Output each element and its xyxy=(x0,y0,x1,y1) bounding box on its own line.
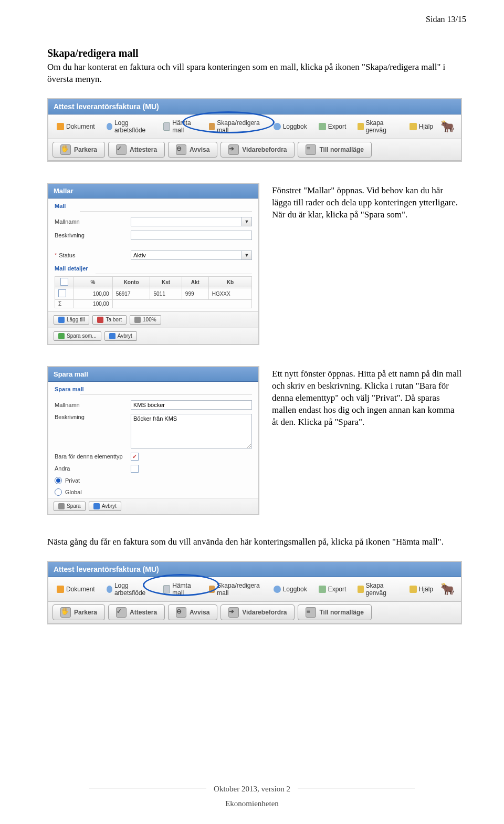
pct-button[interactable]: 100% xyxy=(130,315,161,325)
chevron-down-icon[interactable]: ▼ xyxy=(242,217,252,226)
mall-detaljer-table: % Konto Kst Akt Kb 100,00 56917 5011 xyxy=(55,276,252,308)
sigma-label: Σ xyxy=(55,299,74,308)
hamta-mall-button[interactable]: Hämta mall xyxy=(159,117,202,136)
app-screenshot-1: Attest leverantörsfaktura (MU) Dokument … xyxy=(47,98,462,162)
bull-icon: 🐂 xyxy=(440,120,457,133)
export-label: Export xyxy=(328,586,346,593)
table-row[interactable]: 100,00 56917 5011 999 HGXXX xyxy=(55,288,252,299)
vidarebefordra-label: Vidarebefordra xyxy=(242,146,287,153)
app-toolbar-2: Dokument Logg arbetsflöde Hämta mall Ska… xyxy=(48,577,461,602)
list-icon: ≡ xyxy=(306,144,316,155)
minus-icon: ⊖ xyxy=(176,607,186,618)
row-checkbox[interactable] xyxy=(58,289,66,297)
avbryt-label: Avbryt xyxy=(118,333,132,339)
sp-avbryt-button[interactable]: Avbryt xyxy=(89,502,121,511)
hamta-mall-label: Hämta mall xyxy=(172,582,197,597)
arrow-right-icon: ➔ xyxy=(228,607,239,618)
mallnamn-label: Mallnamn xyxy=(55,218,131,225)
hand-icon: 🖐 xyxy=(60,144,71,155)
status-input[interactable] xyxy=(131,251,242,260)
mallnamn-input[interactable] xyxy=(131,217,242,226)
elementtype-checkbox[interactable] xyxy=(131,453,139,461)
parkera-button[interactable]: 🖐 Parkera xyxy=(52,604,105,620)
dokument-button[interactable]: Dokument xyxy=(52,121,99,132)
col-konto: Konto xyxy=(112,276,150,288)
dokument-label: Dokument xyxy=(66,586,95,593)
sp-beskrivning-input[interactable] xyxy=(131,414,252,448)
global-radio[interactable] xyxy=(55,488,62,496)
hjalp-button[interactable]: Hjälp xyxy=(405,583,437,595)
avvisa-button[interactable]: ⊖ Avvisa xyxy=(168,604,217,620)
loggbok-button[interactable]: Loggbok xyxy=(269,121,311,132)
genvag-label: Skapa genväg xyxy=(366,582,398,597)
genvag-label: Skapa genväg xyxy=(366,119,398,134)
skapa-mall-label: Skapa/redigera mall xyxy=(217,582,261,597)
andra-checkbox[interactable] xyxy=(131,465,139,473)
privat-radio[interactable] xyxy=(55,477,62,484)
mall-section-label: Mall xyxy=(48,199,258,210)
elementtype-label: Bara för denna elementtyp xyxy=(55,453,131,460)
skapa-mall-button[interactable]: Skapa/redigera mall xyxy=(205,117,266,136)
bull-icon: 🐂 xyxy=(440,582,457,596)
spara-som-label: Spara som... xyxy=(67,333,97,339)
page-footer: Oktober 2013, version 2 Ekonomienheten xyxy=(0,788,504,808)
vidarebefordra-button[interactable]: ➔ Vidarebefordra xyxy=(220,142,295,158)
document-icon xyxy=(57,586,64,593)
mallar-panel: Mallar Mall Mallnamn ▼ Beskrivning *Stat… xyxy=(47,183,259,345)
export-button[interactable]: Export xyxy=(314,121,351,132)
normallage-button[interactable]: ≡ Till normalläge xyxy=(298,142,371,158)
parkera-button[interactable]: 🖐 Parkera xyxy=(52,142,105,158)
skapa-mall-label: Skapa/redigera mall xyxy=(217,119,261,134)
loggbok-button[interactable]: Loggbok xyxy=(269,583,311,595)
magnifier-icon xyxy=(274,586,281,593)
beskrivning-input[interactable] xyxy=(131,231,252,240)
spara-button[interactable]: Spara xyxy=(54,502,86,511)
cell-akt: 999 xyxy=(182,288,208,299)
vidarebefordra-button[interactable]: ➔ Vidarebefordra xyxy=(220,604,295,620)
export-label: Export xyxy=(328,123,346,130)
genvag-button[interactable]: Skapa genväg xyxy=(353,117,402,136)
avbryt-button[interactable]: Avbryt xyxy=(104,331,137,341)
dokument-button[interactable]: Dokument xyxy=(52,583,99,595)
app-title: Attest leverantörsfaktura (MU) xyxy=(48,99,461,114)
arrow-right-icon: ➔ xyxy=(228,144,239,155)
logg-button[interactable]: Logg arbetsflöde xyxy=(102,117,156,136)
hamta-paragraph: Nästa gång du får en faktura som du vill… xyxy=(47,536,462,548)
sp-mallnamn-label: Mallnamn xyxy=(55,402,131,408)
global-label: Global xyxy=(65,489,82,495)
hamta-mall-button[interactable]: Hämta mall xyxy=(159,580,202,599)
x-icon xyxy=(109,333,116,339)
ta-bort-button[interactable]: Ta bort xyxy=(92,315,127,325)
export-button[interactable]: Export xyxy=(314,583,351,595)
privat-label: Privat xyxy=(65,477,80,484)
normallage-label: Till normalläge xyxy=(319,609,363,616)
status-label: *Status xyxy=(55,252,131,258)
beskrivning-label: Beskrivning xyxy=(55,232,131,238)
attestera-button[interactable]: ✓ Attestera xyxy=(108,142,165,158)
hjalp-button[interactable]: Hjälp xyxy=(405,121,437,132)
check-icon: ✓ xyxy=(116,144,127,155)
attestera-button[interactable]: ✓ Attestera xyxy=(108,604,165,620)
page-number: Sidan 13/15 xyxy=(426,15,466,24)
checkbox-all[interactable] xyxy=(60,278,68,286)
cell-pct: 100,00 xyxy=(74,288,113,299)
chevron-down-icon[interactable]: ▼ xyxy=(242,251,252,260)
logg-label: Logg arbetsflöde xyxy=(114,119,152,134)
spara-section-label: Spara mall xyxy=(48,382,258,393)
help-icon xyxy=(410,586,417,593)
export-icon xyxy=(319,123,326,130)
normallage-button[interactable]: ≡ Till normalläge xyxy=(298,604,371,620)
lagg-till-button[interactable]: Lägg till xyxy=(54,315,89,325)
logg-button[interactable]: Logg arbetsflöde xyxy=(102,580,156,599)
save-icon xyxy=(58,503,65,509)
spara-som-button[interactable]: Spara som... xyxy=(54,331,101,341)
loggbok-label: Loggbok xyxy=(283,123,307,130)
spara-mall-panel: Spara mall Spara mall Mallnamn Beskrivni… xyxy=(47,366,259,515)
avvisa-label: Avvisa xyxy=(190,609,209,616)
cell-kst: 5011 xyxy=(150,288,182,299)
normallage-label: Till normalläge xyxy=(319,146,363,153)
avvisa-button[interactable]: ⊖ Avvisa xyxy=(168,142,217,158)
skapa-mall-button[interactable]: Skapa/redigera mall xyxy=(205,580,266,599)
genvag-button[interactable]: Skapa genväg xyxy=(353,580,402,599)
sp-mallnamn-input[interactable] xyxy=(131,400,252,410)
